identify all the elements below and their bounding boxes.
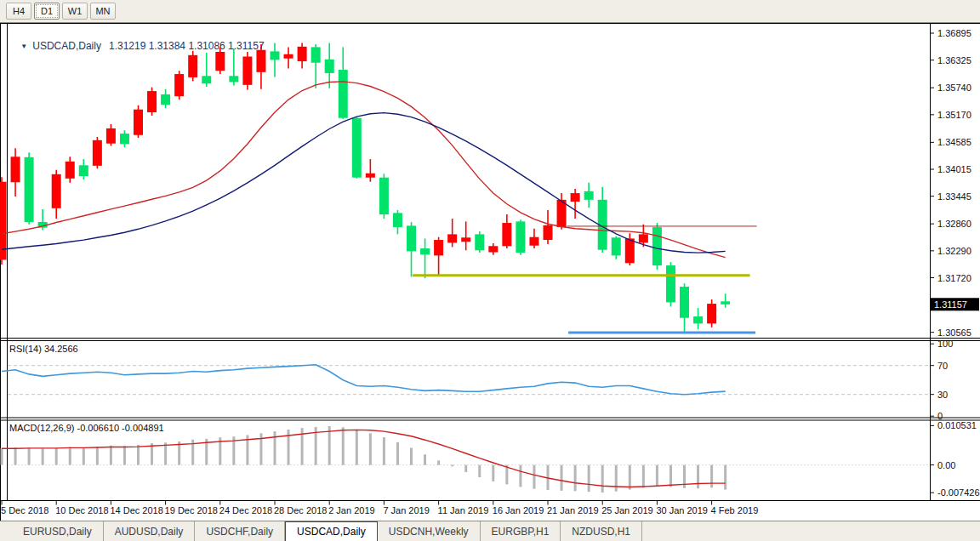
price-tick-label: 1.35740 bbox=[937, 83, 971, 93]
chart-window: 1.368951.363251.357401.351701.345851.340… bbox=[0, 23, 980, 521]
date-tick-label: 7 Jan 2019 bbox=[383, 505, 429, 515]
price-tick-label: 1.32290 bbox=[937, 246, 971, 256]
rsi-tick-label: 0 bbox=[937, 411, 943, 421]
rsi-tick-label: 70 bbox=[937, 361, 948, 371]
price-tick-label: 1.35170 bbox=[937, 110, 971, 120]
price-tick-label: 1.33445 bbox=[937, 191, 971, 202]
timeframe-button-d1[interactable]: D1 bbox=[34, 3, 60, 20]
symbol-tab-usdcad[interactable]: USDCAD,Daily bbox=[285, 521, 378, 541]
current-price-label: 1.31157 bbox=[934, 299, 967, 310]
macd-tick-label: 0.010531 bbox=[937, 420, 977, 430]
chart-canvas[interactable]: 1.368951.363251.357401.351701.345851.340… bbox=[0, 23, 980, 521]
timeframe-button-h4[interactable]: H4 bbox=[6, 3, 31, 20]
price-tick-label: 1.31720 bbox=[937, 273, 971, 283]
date-tick-label: 19 Dec 2018 bbox=[165, 505, 218, 515]
symbol-tab-usdchf[interactable]: USDCHF,Daily bbox=[195, 521, 285, 541]
rsi-tick-label: 100 bbox=[937, 339, 953, 349]
date-tick-label: 21 Jan 2019 bbox=[547, 505, 599, 515]
date-tick-label: 25 Jan 2019 bbox=[601, 505, 653, 515]
date-tick-label: 11 Jan 2019 bbox=[438, 505, 489, 515]
date-tick-label: 14 Dec 2018 bbox=[110, 505, 162, 515]
rsi-tick-label: 30 bbox=[937, 390, 948, 400]
price-tick-label: 1.34585 bbox=[937, 137, 971, 147]
timeframe-toolbar: H4D1W1MN bbox=[0, 0, 980, 23]
date-tick-label: 2 Jan 2019 bbox=[328, 505, 374, 515]
date-tick-label: 28 Dec 2018 bbox=[274, 505, 327, 515]
symbol-tab-audusd[interactable]: AUDUSD,Daily bbox=[104, 521, 196, 541]
symbol-tab-eurusd[interactable]: EURUSD,Daily bbox=[12, 521, 104, 541]
price-tick-label: 1.32860 bbox=[937, 219, 971, 229]
date-tick-label: 5 Dec 2018 bbox=[1, 505, 48, 515]
price-tick-label: 1.36325 bbox=[937, 55, 971, 65]
date-tick-label: 4 Feb 2019 bbox=[711, 505, 759, 515]
date-tick-label: 30 Jan 2019 bbox=[656, 505, 708, 515]
macd-tick-label: 0.00 bbox=[937, 460, 955, 470]
symbol-tab-bar: EURUSD,DailyAUDUSD,DailyUSDCHF,DailyUSDC… bbox=[0, 521, 980, 541]
price-tick-label: 1.34015 bbox=[937, 164, 971, 174]
price-tick-label: 1.36895 bbox=[937, 28, 971, 38]
timeframe-button-w1[interactable]: W1 bbox=[62, 3, 88, 20]
symbol-tab-usdcnh[interactable]: USDCNH,Weekly bbox=[378, 521, 481, 541]
symbol-tab-eurgbp[interactable]: EURGBP,H1 bbox=[481, 521, 561, 541]
date-tick-label: 16 Jan 2019 bbox=[493, 505, 544, 515]
symbol-tab-nzdusd[interactable]: NZDUSD,H1 bbox=[561, 521, 642, 541]
date-tick-label: 24 Dec 2018 bbox=[219, 505, 272, 515]
macd-tick-label: -0.007426 bbox=[937, 487, 980, 498]
timeframe-button-mn[interactable]: MN bbox=[90, 3, 116, 20]
price-tick-label: 1.30565 bbox=[937, 327, 971, 338]
date-tick-label: 10 Dec 2018 bbox=[55, 505, 108, 515]
